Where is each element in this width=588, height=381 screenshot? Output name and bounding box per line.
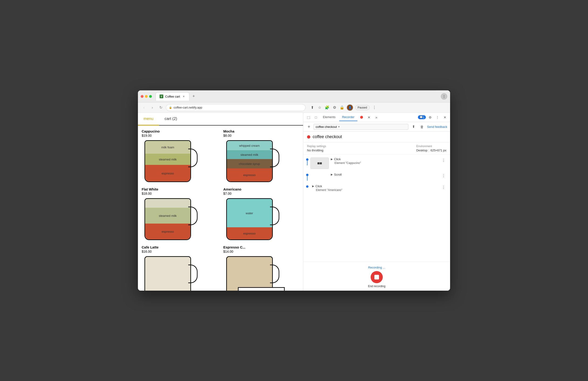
paused-label: Paused [357,106,367,109]
recording-title: coffee checkout [313,134,342,139]
coffee-price-flatwhite: $18.00 [142,192,218,195]
coffee-item-flatwhite[interactable]: Flat White $18.00 steamed milk espresso [142,187,218,241]
mug-cafelatte [142,255,198,291]
chrome-menu-icon[interactable]: ⋮ [372,105,377,110]
devtools-close-icon[interactable]: ✕ [442,114,448,121]
maximize-button[interactable] [149,95,152,98]
devtools-ext-icon[interactable]: ⚙ [332,105,337,110]
lock-ext-icon[interactable]: 🔒 [339,105,345,110]
layer-steamed-milk-cap: steamed milk [145,154,190,165]
step-scroll[interactable]: ▶ Scroll ⋮ [303,171,450,182]
send-feedback-link[interactable]: Send feedback [427,125,447,129]
back-button[interactable]: ‹ [141,104,147,111]
resolution-value: 625×671 px [431,149,446,152]
step-content-2: ▶ Scroll [331,173,439,177]
mug-mocha: whipped cream steamed milk chocolate syr… [223,139,279,183]
step-more-button-3[interactable]: ⋮ [441,184,446,190]
coffee-item-americano[interactable]: Americano $7.00 water espresso [223,187,300,241]
step-header-1: ▶ Click [331,158,439,161]
chat-count: 1 [423,116,424,119]
stop-square-icon [374,275,379,280]
paused-button[interactable]: Paused [355,105,370,110]
coffee-menu: Cappucino $19.00 milk foam steamed milk … [138,125,303,291]
device-toolbar-icon[interactable]: □ [313,114,319,121]
tab-elements[interactable]: Elements [320,113,338,121]
total-overlay: Total: $26.00 [238,287,285,291]
step-more-button-1[interactable]: ⋮ [441,158,446,163]
coffee-name-espresso: Espresso C... [223,245,300,249]
coffee-price-americano: $7.00 [223,192,300,195]
expand-icon-1[interactable]: ▶ [331,158,333,161]
cart-tab[interactable]: cart (2) [159,113,183,125]
layer-top-flatwhite [145,199,190,208]
share-icon[interactable]: ⬆ [309,105,315,110]
mug-handle-cafelatte [188,264,198,283]
mug-americano: water espresso [223,197,279,241]
mug-handle-cappucino [188,149,198,167]
no-throttling-value: No throttling [307,149,326,152]
devtools-tabs: ⬚ □ Elements Recorder 🔴 ✕ » 💬 1 ⚙ ⋮ ✕ [303,113,450,122]
coffee-name-flatwhite: Flat White [142,187,218,191]
step-click-americano[interactable]: ▶ Click Element "Americano" ⋮ [303,182,450,194]
step-detail-1: Element "Cappucino" [331,161,439,165]
close-button[interactable] [141,95,144,98]
coffee-app: menu cart (2) Cappucino $19.00 milk foam… [138,113,303,291]
devtools-more-icon[interactable]: ⋮ [434,114,441,121]
coffee-item-espresso[interactable]: Espresso C... $14.00 Total: $26.00 [223,245,300,291]
chrome-settings-icon[interactable]: ⋮ [441,93,447,100]
browser-tab[interactable]: V Coffee cart ✕ [156,92,189,100]
menu-tab[interactable]: menu [138,113,159,125]
url-bar[interactable]: 🔒 coffee-cart.netlify.app [166,104,306,111]
main-area: menu cart (2) Cappucino $19.00 milk foam… [138,113,450,291]
mug-handle-espresso [270,264,279,283]
add-recording-button[interactable]: + [306,124,312,129]
mug-handle-americano [270,207,279,225]
step-more-button-2[interactable]: ⋮ [441,173,446,178]
step-connector-3 [306,184,308,188]
export-recording-icon[interactable]: ⬆ [410,123,417,130]
replay-settings-col: Replay settings No throttling [307,145,326,152]
new-tab-button[interactable]: + [190,93,197,100]
stop-circle [371,271,383,283]
chat-icon: 💬 [420,116,423,119]
step-line-1 [307,161,308,165]
devtools-settings-icon[interactable]: ⚙ [427,114,433,121]
coffee-price-mocha: $8.00 [223,134,300,137]
layer-espresso-fw: espresso [145,223,190,240]
expand-icon-3[interactable]: ▶ [312,185,314,188]
environment-label: Environment [416,145,446,148]
mug-flatwhite: steamed milk espresso [142,197,198,241]
tab-recorder[interactable]: Recorder [339,113,357,121]
expand-icon-2[interactable]: ▶ [331,173,333,176]
layer-espresso-mocha: espresso [227,168,272,182]
recording-select[interactable]: coffee checkout ▾ [314,124,408,130]
forward-button[interactable]: › [149,104,156,111]
coffee-item-mocha[interactable]: Mocha $8.00 whipped cream steamed milk c… [223,129,300,183]
reload-button[interactable]: ↻ [157,104,164,111]
step-dot-1 [306,158,308,161]
end-recording-button[interactable]: End recording [368,271,386,288]
mug-handle-mocha [270,149,279,167]
replay-settings: Replay settings No throttling Environmen… [303,142,450,155]
minimize-button[interactable] [145,95,148,98]
step-click-cappucino[interactable]: ⬛⬛ ▶ Click Element "Cappucino" ⋮ [303,156,450,171]
profile-avatar[interactable]: 👤 [347,104,353,111]
step-thumbnail-1: ⬛⬛ [310,158,329,169]
step-header-3: ▶ Click [312,184,439,188]
coffee-item-cappucino[interactable]: Cappucino $19.00 milk foam steamed milk … [142,129,218,183]
bookmark-icon[interactable]: ☆ [317,105,322,110]
record-icon[interactable]: 🔴 [358,114,365,121]
layer-steamed-milk-fw: steamed milk [145,208,190,223]
extensions-icon[interactable]: 🧩 [324,105,330,110]
coffee-item-cafelatte[interactable]: Cafe Latte $16.00 [142,245,218,291]
step-detail-3: Element "Americano" [312,188,439,192]
delete-recording-icon[interactable]: 🗑 [419,123,425,130]
step-connector-1 [306,158,308,165]
more-tabs-icon[interactable]: » [373,114,380,121]
environment-col: Environment Desktop 625×671 px [416,145,446,152]
tab-close-button[interactable]: ✕ [182,95,186,98]
chat-badge[interactable]: 💬 1 [418,115,426,119]
close-recorder-icon[interactable]: ✕ [366,114,372,121]
inspect-element-icon[interactable]: ⬚ [305,114,312,121]
tab-bar: V Coffee cart ✕ + [156,92,439,100]
